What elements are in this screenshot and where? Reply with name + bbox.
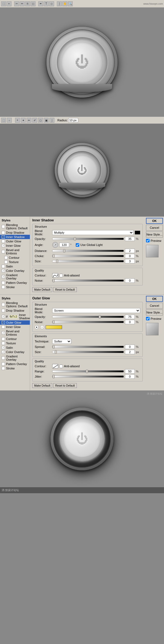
- noise-slider-1[interactable]: [52, 279, 124, 282]
- styles2-item-gradient-overlay[interactable]: Gradient Overlay: [0, 354, 30, 362]
- toolbar-icon-shape[interactable]: ◇: [49, 1, 54, 6]
- checkbox2-inner-shadow[interactable]: [2, 315, 5, 318]
- noise-input-2[interactable]: [125, 320, 135, 324]
- anti-aliased-check-2[interactable]: [59, 365, 63, 368]
- styles2-item-texture[interactable]: Texture: [0, 341, 30, 345]
- styles2-item-color-overlay[interactable]: Color Overlay: [0, 350, 30, 354]
- toolbar-icon-pen[interactable]: ✒: [38, 1, 43, 6]
- toolbar2-pencil[interactable]: ✐: [32, 118, 37, 123]
- toolbar-icon-zoom[interactable]: 🔍: [68, 1, 73, 6]
- noise-input-1[interactable]: [125, 278, 135, 283]
- styles2-item-blending[interactable]: Blending Options: Default: [0, 301, 30, 308]
- styles2-item-drop-shadow[interactable]: Drop Shadow: [0, 308, 30, 313]
- styles2-item-bevel[interactable]: Bevel and Emboss: [0, 329, 30, 337]
- checkbox2-bevel[interactable]: [2, 331, 5, 335]
- size-slider-2[interactable]: [52, 351, 124, 353]
- checkbox-contour[interactable]: [4, 256, 8, 259]
- styles-item-contour[interactable]: Contour: [0, 255, 30, 260]
- ok-btn-1[interactable]: OK: [146, 218, 163, 224]
- checkbox-inner-glow-1[interactable]: [2, 244, 5, 247]
- make-default-btn-2[interactable]: Make Default: [32, 383, 52, 388]
- styles2-item-satin[interactable]: Satin: [0, 345, 30, 350]
- toolbar-icon-brush[interactable]: ✏: [20, 1, 25, 6]
- checkbox2-texture[interactable]: [2, 342, 5, 345]
- checkbox-inner-shadow[interactable]: [2, 235, 5, 239]
- checkbox2-contour[interactable]: [2, 337, 5, 341]
- contour-swatch-2[interactable]: [52, 364, 58, 368]
- toolbar-2[interactable]: ⬚ ○ ⌖ ✦ ✏ ✐ ◻ ▣ ⌡ Radius:: [0, 117, 164, 124]
- make-default-btn-1[interactable]: Make Default: [32, 287, 52, 292]
- technique-select-2[interactable]: Softer: [52, 339, 71, 344]
- toolbar-icon-text[interactable]: T: [44, 1, 49, 6]
- styles2-item-inner-shadow[interactable]: # fbf7c3 Inner Shadow: [0, 313, 30, 320]
- checkbox-texture[interactable]: [4, 260, 8, 264]
- glow-color-swatch[interactable]: [46, 325, 62, 329]
- contour-swatch-1[interactable]: [52, 273, 58, 278]
- angle-input-1[interactable]: [59, 243, 69, 247]
- checkbox-satin[interactable]: [2, 265, 5, 268]
- toolbar2-eraser[interactable]: ◻: [38, 118, 43, 123]
- toolbar2-lasso[interactable]: ⌖: [15, 118, 20, 123]
- opacity-slider-2[interactable]: [52, 316, 124, 318]
- toolbar2-eyedrop[interactable]: ⌡: [49, 118, 54, 123]
- cancel-btn-2[interactable]: Cancel: [146, 303, 163, 309]
- preview-check-2[interactable]: [146, 317, 150, 320]
- anti-aliased-check-1[interactable]: [59, 274, 63, 277]
- opacity-input-1[interactable]: [125, 237, 135, 241]
- toolbar2-ellipse[interactable]: ○: [7, 118, 12, 123]
- gradient-color-radio[interactable]: ○: [40, 325, 44, 329]
- reset-default-btn-1[interactable]: Reset to Default: [53, 287, 77, 292]
- styles-item-texture[interactable]: Texture: [0, 260, 30, 264]
- size-input-1[interactable]: [125, 259, 135, 263]
- styles2-item-stroke[interactable]: Stroke: [0, 366, 30, 371]
- toolbar-icon-eyedrop[interactable]: ⌡: [57, 1, 62, 6]
- size-slider-1[interactable]: [52, 260, 124, 262]
- blend-color-swatch-1[interactable]: [135, 231, 140, 234]
- toolbar2-rect[interactable]: ⬚: [1, 118, 6, 123]
- distance-input-1[interactable]: [125, 249, 135, 253]
- choke-input-1[interactable]: [125, 254, 135, 258]
- choke-slider-1[interactable]: [52, 255, 124, 257]
- noise-slider-2[interactable]: [52, 321, 124, 323]
- toolbar2-brush[interactable]: ✏: [27, 118, 31, 123]
- angle-dial-1[interactable]: ↗: [52, 242, 58, 248]
- blend-mode-select-1[interactable]: Multiply: [52, 230, 134, 235]
- checkbox-drop-shadow[interactable]: [2, 231, 5, 234]
- checkbox-blending[interactable]: [2, 225, 5, 228]
- checkbox2-color-overlay[interactable]: [2, 350, 5, 354]
- toolbar-icon-crop[interactable]: ✂: [14, 1, 19, 6]
- toolbar-1[interactable]: ⬚ ⌖ ✂ ✏ ⎘ ◻ ✒ T ◇ ⌡ ✋ 🔍 www.hissvpn.com: [0, 0, 164, 8]
- checkbox-color-overlay-1[interactable]: [2, 269, 5, 272]
- new-style-btn-1[interactable]: New Style...: [146, 231, 163, 237]
- jitter-slider-2[interactable]: [52, 375, 124, 378]
- opacity-slider-1[interactable]: [52, 238, 124, 240]
- distance-slider-1[interactable]: [52, 250, 124, 252]
- styles-item-bevel[interactable]: Bevel and Emboss: [0, 248, 30, 255]
- styles-item-inner-shadow[interactable]: Inner Shadow: [0, 235, 30, 239]
- styles-item-pattern-overlay-1[interactable]: Pattern Overlay: [0, 281, 30, 285]
- preview-check-1[interactable]: [146, 239, 150, 242]
- styles-item-gradient-overlay-1[interactable]: Gradient Overlay: [0, 273, 30, 281]
- checkbox2-drop-shadow[interactable]: [2, 309, 5, 312]
- styles-item-inner-glow-1[interactable]: Inner Glow: [0, 243, 30, 248]
- size-input-2[interactable]: [125, 350, 135, 354]
- styles2-item-pattern-overlay[interactable]: Pattern Overlay: [0, 362, 30, 366]
- styles-item-color-overlay-1[interactable]: Color Overlay: [0, 269, 30, 273]
- reset-default-btn-2[interactable]: Reset to Default: [53, 383, 77, 388]
- new-style-btn-2[interactable]: New Style...: [146, 309, 163, 315]
- range-slider-2[interactable]: [52, 370, 124, 372]
- styles2-item-inner-glow[interactable]: Inner Glow: [0, 325, 30, 329]
- styles-item-blending[interactable]: Blending Options: Default: [0, 223, 30, 230]
- toolbar-icon-lasso[interactable]: ⌖: [7, 1, 11, 6]
- jitter-input-2[interactable]: [125, 374, 135, 379]
- checkbox2-satin[interactable]: [2, 346, 5, 349]
- checkbox2-inner-glow[interactable]: [2, 325, 5, 329]
- spread-input-2[interactable]: [125, 345, 135, 349]
- toolbar2-gradient[interactable]: ▣: [44, 118, 49, 123]
- blend-mode-select-2[interactable]: Screen: [52, 308, 140, 313]
- solid-color-radio[interactable]: ●: [35, 325, 39, 329]
- checkbox2-pattern-overlay[interactable]: [2, 362, 5, 366]
- checkbox2-stroke[interactable]: [2, 367, 5, 370]
- range-input-2[interactable]: [125, 369, 135, 374]
- checkbox-stroke-1[interactable]: [2, 285, 5, 289]
